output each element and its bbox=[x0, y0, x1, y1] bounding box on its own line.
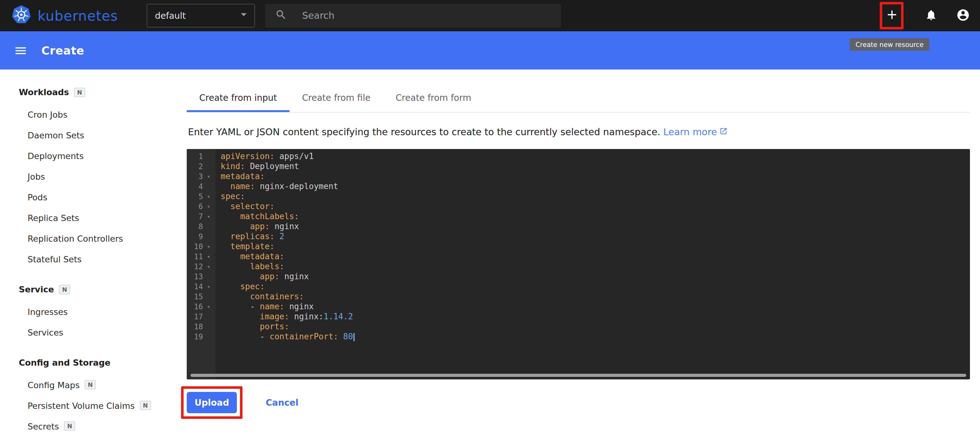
editor-horizontal-scrollbar[interactable] bbox=[191, 374, 966, 377]
code-line[interactable]: metadata: bbox=[221, 171, 970, 182]
sidebar-item-replication-controllers[interactable]: Replication Controllers bbox=[19, 228, 175, 249]
create-new-resource-button[interactable] bbox=[881, 3, 902, 29]
upload-button[interactable]: Upload bbox=[187, 392, 237, 413]
namespace-value: default bbox=[155, 11, 186, 21]
sidebar-item-label: Stateful Sets bbox=[27, 254, 82, 264]
kubernetes-dashboard-page: kubernetes default bbox=[0, 0, 980, 437]
line-number: 17 bbox=[187, 312, 203, 321]
code-line[interactable]: template: bbox=[221, 242, 970, 252]
sidebar-item-label: Jobs bbox=[27, 171, 45, 181]
fold-arrow-icon[interactable]: ▾ bbox=[203, 302, 214, 312]
code-line[interactable]: kind: Deployment bbox=[221, 162, 970, 171]
tab-bar: Create from inputCreate from fileCreate … bbox=[187, 83, 970, 113]
notifications-button[interactable] bbox=[925, 8, 937, 23]
fold-arrow-icon[interactable]: ▾ bbox=[203, 212, 214, 222]
new-badge: N bbox=[140, 401, 151, 410]
kubernetes-logo-icon bbox=[11, 5, 31, 27]
account-button[interactable] bbox=[956, 8, 970, 24]
sidebar-item-label: Services bbox=[27, 327, 63, 337]
line-number: 4 bbox=[187, 182, 203, 191]
line-number: 10 bbox=[187, 242, 203, 251]
sidebar-item-persistent-volume-claims[interactable]: Persistent Volume ClaimsN bbox=[19, 395, 175, 416]
code-line[interactable]: containers: bbox=[221, 292, 970, 302]
line-number: 18 bbox=[187, 322, 203, 331]
fold-arrow-icon[interactable]: ▾ bbox=[203, 192, 214, 202]
brand[interactable]: kubernetes bbox=[11, 5, 118, 27]
sidebar-item-ingresses[interactable]: Ingresses bbox=[19, 301, 175, 322]
fold-arrow-icon[interactable]: ▾ bbox=[203, 262, 214, 272]
sidebar-item-label: Ingresses bbox=[27, 306, 68, 317]
code-line[interactable]: - containerPort: 80 bbox=[221, 332, 970, 342]
sidebar-item-deployments[interactable]: Deployments bbox=[19, 145, 175, 166]
search-box[interactable] bbox=[266, 4, 561, 27]
sidebar-item-stateful-sets[interactable]: Stateful Sets bbox=[19, 249, 175, 269]
fold-arrow-icon[interactable]: ▾ bbox=[203, 252, 214, 262]
sidebar-item-daemon-sets[interactable]: Daemon Sets bbox=[19, 125, 175, 145]
yaml-editor[interactable]: 123▾45▾6▾7▾8910▾11▾12▾1314▾1516▾171819 a… bbox=[187, 149, 970, 379]
chevron-down-icon bbox=[237, 8, 251, 24]
editor-code[interactable]: apiVersion: apps/v1kind: Deploymentmetad… bbox=[216, 149, 970, 379]
line-number: 9 bbox=[187, 232, 203, 241]
code-line[interactable]: ports: bbox=[221, 322, 970, 332]
search-input[interactable] bbox=[301, 10, 554, 22]
code-line[interactable]: spec: bbox=[221, 192, 970, 202]
line-number: 11 bbox=[187, 252, 203, 261]
sidebar-item-replica-sets[interactable]: Replica Sets bbox=[19, 207, 175, 228]
sidebar-item-jobs[interactable]: Jobs bbox=[19, 166, 175, 187]
line-number: 7 bbox=[187, 212, 203, 221]
tooltip: Create new resource bbox=[850, 38, 929, 51]
code-line[interactable]: name: nginx-deployment bbox=[221, 182, 970, 192]
sidebar-item-cron-jobs[interactable]: Cron Jobs bbox=[19, 104, 175, 125]
sidebar-item-label: Secrets bbox=[27, 421, 59, 431]
code-line[interactable]: metadata: bbox=[221, 252, 970, 262]
cancel-button[interactable]: Cancel bbox=[262, 397, 302, 408]
code-line[interactable]: replicas: 2 bbox=[221, 232, 970, 242]
sidebar-item-label: Replication Controllers bbox=[27, 233, 123, 243]
fold-arrow-icon[interactable]: ▾ bbox=[203, 282, 214, 292]
code-line[interactable]: spec: bbox=[221, 282, 970, 292]
code-line[interactable]: matchLabels: bbox=[221, 212, 970, 222]
sidebar-item-label: Config Maps bbox=[27, 380, 80, 390]
top-header: kubernetes default bbox=[0, 0, 980, 31]
sidebar-item-pods[interactable]: Pods bbox=[19, 187, 175, 207]
sidebar-item-label: Replica Sets bbox=[27, 212, 79, 223]
sidebar-group-workloads[interactable]: WorkloadsN bbox=[19, 86, 175, 98]
line-number: 2 bbox=[187, 162, 203, 171]
fold-arrow-icon[interactable]: ▾ bbox=[203, 242, 214, 252]
line-number: 8 bbox=[187, 222, 203, 231]
sidebar-group-label: Config and Storage bbox=[19, 358, 111, 367]
sidebar-item-config-maps[interactable]: Config MapsN bbox=[19, 374, 175, 395]
line-number: 16 bbox=[187, 302, 203, 311]
fold-arrow-icon[interactable]: ▾ bbox=[203, 171, 214, 182]
text-cursor bbox=[354, 333, 355, 341]
new-badge: N bbox=[84, 380, 96, 390]
sidebar-group-service[interactable]: ServiceN bbox=[19, 283, 175, 296]
code-line[interactable]: app: nginx bbox=[221, 272, 970, 282]
tab-create-from-form[interactable]: Create from form bbox=[383, 83, 484, 112]
sidebar-item-label: Daemon Sets bbox=[27, 130, 84, 140]
code-line[interactable]: labels: bbox=[221, 262, 970, 272]
open-in-new-icon bbox=[719, 127, 727, 138]
menu-button[interactable] bbox=[14, 44, 27, 57]
line-number: 1 bbox=[187, 152, 203, 161]
tab-create-from-input[interactable]: Create from input bbox=[187, 83, 290, 112]
namespace-select[interactable]: default bbox=[147, 4, 255, 27]
line-number: 3 bbox=[187, 172, 203, 181]
new-badge: N bbox=[64, 421, 75, 431]
fold-arrow-icon[interactable]: ▾ bbox=[203, 202, 214, 212]
sidebar-group-config-and-storage[interactable]: Config and Storage bbox=[19, 356, 175, 369]
code-line[interactable]: - name: nginx bbox=[221, 302, 970, 312]
code-line[interactable]: image: nginx:1.14.2 bbox=[221, 312, 970, 322]
code-line[interactable]: selector: bbox=[221, 202, 970, 212]
sidebar-item-label: Persistent Volume Claims bbox=[27, 401, 135, 410]
editor-gutter: 123▾45▾6▾7▾8910▾11▾12▾1314▾1516▾171819 bbox=[187, 149, 216, 379]
tab-create-from-file[interactable]: Create from file bbox=[290, 83, 383, 112]
line-number: 14 bbox=[187, 282, 203, 291]
line-number: 13 bbox=[187, 272, 203, 281]
code-line[interactable]: app: nginx bbox=[221, 222, 970, 232]
sidebar-item-secrets[interactable]: SecretsN bbox=[19, 416, 175, 436]
sidebar-item-services[interactable]: Services bbox=[19, 322, 175, 342]
code-line[interactable]: apiVersion: apps/v1 bbox=[221, 152, 970, 162]
line-number: 6 bbox=[187, 202, 203, 211]
learn-more-link[interactable]: Learn more bbox=[663, 127, 727, 138]
